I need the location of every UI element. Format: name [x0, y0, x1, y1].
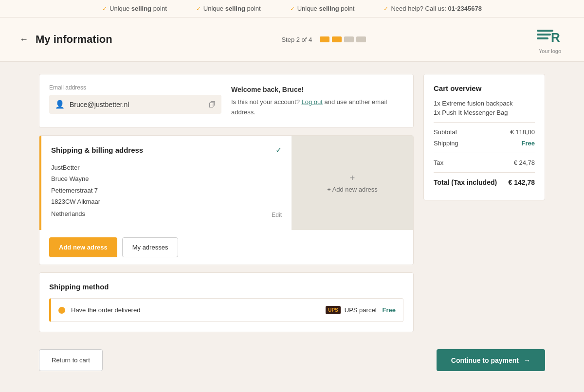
step-dot-3 [344, 36, 354, 42]
add-new-address-button[interactable]: Add new adress [49, 237, 117, 257]
cart-divider-3 [434, 172, 535, 173]
email-card: Email address 👤 Bruce@justbetter.nl 🗍 We… [39, 74, 414, 128]
shipping-label: Shipping [434, 140, 458, 147]
email-welcome-row: Email address 👤 Bruce@justbetter.nl 🗍 We… [49, 84, 403, 118]
step-dot-1 [320, 36, 329, 42]
my-addresses-button[interactable]: My adresses [122, 237, 179, 257]
address-city: 1823CW Alkmaar [51, 196, 282, 207]
continue-to-payment-button[interactable]: Continue to payment → [437, 349, 545, 371]
cart-total-row: Total (Tax included) € 142,78 [434, 178, 535, 186]
total-label: Total (Tax included) [434, 178, 497, 186]
main-content: Email address 👤 Bruce@justbetter.nl 🗍 We… [0, 62, 584, 344]
right-panel: Cart overview 1x Extreme fusion backpack… [423, 74, 545, 332]
subtotal-value: € 118,00 [510, 128, 535, 136]
total-value: € 142,78 [509, 178, 535, 186]
address-name: JustBetter [51, 162, 282, 173]
cart-tax-row: Tax € 24,78 [434, 159, 535, 166]
address-person: Bruce Wayne [51, 173, 282, 184]
map-area[interactable]: + + Add new adress [292, 136, 413, 230]
ups-logo: UPS UPS parcel [326, 306, 376, 314]
arrow-right-icon: → [524, 356, 530, 364]
check-icon-2: ✓ [196, 5, 201, 12]
subtotal-label: Subtotal [434, 128, 457, 136]
shipping-method-title: Shipping method [49, 283, 403, 291]
cart-divider-2 [434, 153, 535, 153]
ups-badge: UPS [326, 306, 341, 314]
email-value: Bruce@justbetter.nl [70, 101, 204, 108]
logo-subtitle: Your logo [535, 48, 565, 54]
ups-carrier-label: UPS parcel [345, 306, 377, 314]
shipping-inner: Shipping & billing address ✓ JustBetter … [39, 136, 413, 230]
cart-shipping-row: Shipping Free [434, 140, 535, 147]
banner-item-3: ✓ Unique selling point [290, 5, 355, 12]
check-icon-1: ✓ [102, 5, 107, 12]
email-row: 👤 Bruce@justbetter.nl 🗍 [49, 95, 221, 114]
cart-card: Cart overview 1x Extreme fusion backpack… [423, 74, 545, 200]
svg-text:R: R [551, 30, 560, 45]
radio-selected-icon [58, 307, 65, 314]
tax-value: € 24,78 [514, 159, 535, 166]
back-button[interactable]: ← [19, 35, 28, 45]
welcome-body: Is this not your account? Log out and us… [231, 98, 387, 116]
step-text: Step 2 of 4 [281, 36, 312, 43]
welcome-title: Welcome back, Bruce! [231, 84, 403, 95]
email-label: Email address [49, 84, 221, 91]
address-section: Shipping & billing address ✓ JustBetter … [39, 136, 292, 230]
user-icon: 👤 [55, 100, 65, 109]
bottom-actions: Return to cart Continue to payment → [0, 344, 584, 386]
plus-icon: + [327, 173, 378, 183]
left-panel: Email address 👤 Bruce@justbetter.nl 🗍 We… [39, 74, 414, 332]
address-header: Shipping & billing address ✓ [51, 145, 282, 155]
copy-icon[interactable]: 🗍 [209, 101, 216, 108]
edit-address-link[interactable]: Edit [272, 210, 282, 221]
shipping-option[interactable]: Have the order delivered UPS UPS parcel … [49, 298, 403, 322]
shipping-method-card: Shipping method Have the order delivered… [39, 272, 414, 332]
step-dot-4 [356, 36, 366, 42]
tax-label: Tax [434, 159, 443, 166]
cart-item-2: 1x Push It Messenger Bag [434, 109, 535, 116]
address-title: Shipping & billing address [51, 146, 143, 154]
shipping-value: Free [522, 140, 535, 147]
address-country: Netherlands [51, 208, 85, 219]
banner-item-help: ✓ Need help? Call us: 01-2345678 [383, 5, 481, 12]
add-new-map-text: + + Add new adress [327, 173, 378, 193]
step-dots [320, 36, 366, 42]
banner-item-1: ✓ Unique selling point [102, 5, 167, 12]
header: ← My information Step 2 of 4 R Your logo [0, 18, 584, 62]
step-dot-2 [332, 36, 342, 42]
header-left: ← My information [19, 33, 112, 46]
shipping-price: Free [383, 306, 396, 314]
cart-subtotal-row: Subtotal € 118,00 [434, 128, 535, 136]
cart-item-1: 1x Extreme fusion backpack [434, 100, 535, 107]
check-icon-3: ✓ [290, 5, 295, 12]
email-input-area: Email address 👤 Bruce@justbetter.nl 🗍 [49, 84, 221, 114]
banner-item-2: ✓ Unique selling point [196, 5, 261, 12]
address-lines: JustBetter Bruce Wayne Pettemerstraat 7 … [51, 162, 282, 220]
logo-area: R Your logo [535, 25, 565, 54]
address-check-icon: ✓ [275, 145, 282, 155]
top-banner: ✓ Unique selling point ✓ Unique selling … [0, 0, 584, 18]
step-indicator: Step 2 of 4 [281, 36, 366, 43]
cart-divider-1 [434, 122, 535, 123]
page-title: My information [36, 33, 112, 46]
return-to-cart-button[interactable]: Return to cart [39, 349, 103, 371]
cart-title: Cart overview [434, 84, 535, 92]
address-street: Pettemerstraat 7 [51, 185, 282, 196]
shipping-option-label: Have the order delivered [71, 306, 320, 314]
logo-icon: R [535, 25, 565, 47]
check-icon-4: ✓ [383, 5, 388, 12]
address-buttons: Add new adress My adresses [39, 230, 413, 265]
shipping-card: Shipping & billing address ✓ JustBetter … [39, 135, 414, 265]
welcome-text: Welcome back, Bruce! Is this not your ac… [231, 84, 403, 118]
logout-link[interactable]: Log out [302, 98, 323, 106]
